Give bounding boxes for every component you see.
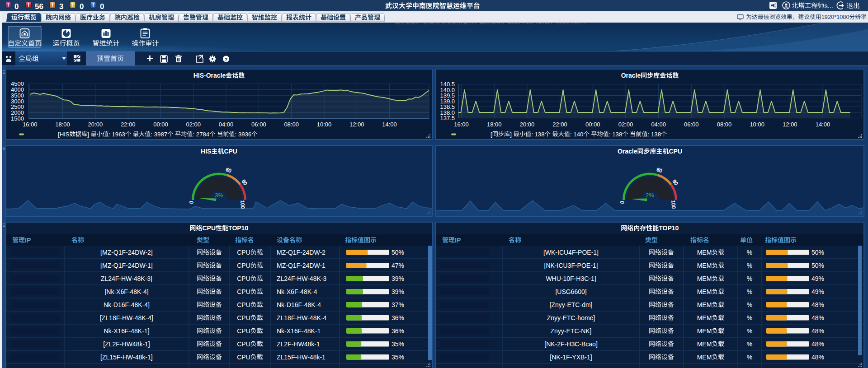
- svg-text:HIS: HIS: [201, 148, 211, 155]
- svg-text:02:00: 02:00: [186, 121, 201, 128]
- svg-text:35%: 35%: [392, 354, 404, 361]
- svg-text:12:00: 12:00: [349, 121, 364, 128]
- svg-text:ZL2F-HW48k-1: ZL2F-HW48k-1: [277, 340, 320, 348]
- svg-text:ZL24F-HW-48K-3]: ZL24F-HW-48K-3]: [101, 275, 152, 282]
- svg-text:16:00: 16:00: [454, 121, 469, 128]
- svg-text:]: ]: [510, 131, 512, 138]
- svg-text:00:00: 00:00: [585, 121, 600, 128]
- svg-text:06:00: 06:00: [684, 121, 699, 128]
- svg-text:CPU: CPU: [237, 327, 250, 335]
- svg-text:%: %: [747, 314, 752, 321]
- svg-text:36%: 36%: [392, 327, 404, 335]
- svg-text:48%: 48%: [811, 301, 824, 308]
- svg-text:[WK-ICU4F-POE-1]: [WK-ICU4F-POE-1]: [543, 249, 599, 256]
- svg-text:CPU: CPU: [237, 301, 250, 308]
- svg-text:?: ?: [225, 57, 228, 62]
- svg-text:22:00: 22:00: [552, 121, 567, 128]
- svg-text:[ZL15F-HW-48k-1]: [ZL15F-HW-48k-1]: [100, 354, 153, 361]
- svg-text:50%: 50%: [811, 262, 824, 269]
- svg-text:10: 10: [538, 19, 544, 25]
- svg-text:%: %: [747, 301, 752, 308]
- svg-text:MZ-Q1F-24DW-2: MZ-Q1F-24DW-2: [277, 249, 326, 256]
- svg-text:[ZL18F-HW-48K-4]: [ZL18F-HW-48K-4]: [100, 314, 153, 321]
- svg-text:: 3987: : 3987: [151, 131, 167, 138]
- svg-text:MEM: MEM: [697, 314, 712, 321]
- svg-text:14:00: 14:00: [382, 121, 397, 128]
- svg-text:Oracle: Oracle: [621, 72, 641, 79]
- svg-text:100: 100: [671, 200, 677, 209]
- svg-text:MEM: MEM: [697, 249, 712, 256]
- svg-text:[Nk-X6F-48K-4]: [Nk-X6F-48K-4]: [104, 288, 148, 295]
- svg-text:04:00: 04:00: [219, 121, 234, 128]
- svg-text:39%: 39%: [392, 288, 404, 295]
- svg-text:CPU: CPU: [237, 340, 250, 348]
- svg-text:%: %: [747, 262, 752, 269]
- svg-text:s...: s...: [825, 2, 833, 9]
- svg-text:137.5: 137.5: [440, 115, 455, 121]
- svg-text:TOP10: TOP10: [228, 224, 248, 232]
- svg-text:100: 100: [240, 200, 246, 209]
- svg-text:18:00: 18:00: [55, 121, 70, 128]
- svg-text:MEM: MEM: [697, 327, 712, 335]
- svg-text:22:00: 22:00: [121, 121, 136, 128]
- svg-text:49%: 49%: [811, 288, 824, 295]
- svg-text:[: [: [491, 131, 492, 138]
- svg-text:: 1963: : 1963: [108, 131, 125, 138]
- svg-text:Znyy-ETC-NK]: Znyy-ETC-NK]: [551, 327, 592, 335]
- svg-text:[MZ-Q1F-24DW-1]: [MZ-Q1F-24DW-1]: [100, 262, 153, 269]
- svg-text:!: !: [7, 2, 9, 9]
- svg-text:: 138: : 138: [609, 131, 622, 138]
- svg-text:ZL24F-HW-48K-3: ZL24F-HW-48K-3: [277, 275, 326, 282]
- svg-text:Nk-X16F-48K-1]: Nk-X16F-48K-1]: [104, 327, 149, 335]
- svg-text:1920*1080: 1920*1080: [821, 14, 849, 20]
- svg-text:48%: 48%: [811, 340, 824, 348]
- svg-text:CPU: CPU: [237, 262, 250, 269]
- svg-text:2019: 2019: [508, 19, 520, 25]
- svg-text:IP: IP: [25, 237, 31, 244]
- svg-text:10:00: 10:00: [750, 121, 764, 128]
- svg-text:!: !: [28, 2, 29, 9]
- svg-text:]: ]: [87, 131, 89, 138]
- svg-text:[USG6600]: [USG6600]: [555, 288, 586, 295]
- svg-text:%: %: [747, 354, 752, 361]
- svg-text:Nk-X6F-48K-4: Nk-X6F-48K-4: [277, 288, 317, 295]
- svg-text:04:00: 04:00: [651, 121, 666, 128]
- svg-text:CPU: CPU: [237, 314, 250, 321]
- svg-text:49%: 49%: [811, 275, 824, 282]
- svg-text:[NK-ICU3F-POE-1]: [NK-ICU3F-POE-1]: [544, 262, 598, 269]
- svg-text:Nk-X16F-48K-1: Nk-X16F-48K-1: [277, 327, 321, 335]
- svg-text:MEM: MEM: [697, 288, 712, 295]
- svg-text:!: !: [92, 2, 94, 9]
- svg-text:[MZ-Q1F-24DW-2]: [MZ-Q1F-24DW-2]: [100, 249, 153, 256]
- svg-text:CPU: CPU: [237, 275, 250, 282]
- svg-text:56: 56: [35, 2, 43, 11]
- svg-text:18:00: 18:00: [487, 121, 502, 128]
- svg-text:: 138: : 138: [531, 131, 544, 138]
- svg-text:ZL18F-HW-48K-4: ZL18F-HW-48K-4: [277, 314, 326, 321]
- svg-text:!: !: [72, 2, 74, 9]
- svg-text:00:00: 00:00: [153, 121, 168, 128]
- svg-text:16:00: 16:00: [23, 121, 38, 128]
- svg-text:%: %: [747, 327, 752, 335]
- svg-text:10:00: 10:00: [317, 121, 332, 128]
- svg-text:12:00: 12:00: [783, 121, 797, 128]
- svg-text:: 138: : 138: [648, 131, 661, 138]
- svg-text:48%: 48%: [811, 327, 824, 335]
- svg-text:CPU: CPU: [669, 148, 683, 155]
- svg-text:ZL15F-HW-48k-1: ZL15F-HW-48k-1: [277, 354, 326, 361]
- svg-text:1500: 1500: [11, 115, 24, 122]
- svg-text:: 2784: : 2784: [193, 131, 210, 138]
- svg-text:HIS-Oracle: HIS-Oracle: [193, 72, 226, 79]
- svg-text:0: 0: [100, 2, 104, 11]
- svg-text:47%: 47%: [392, 262, 404, 269]
- svg-text:3: 3: [59, 2, 63, 11]
- svg-text:WHU-10F-H3C-1]: WHU-10F-H3C-1]: [546, 275, 596, 282]
- svg-text:35%: 35%: [392, 340, 404, 348]
- svg-text:Nk-D16F-48K-4: Nk-D16F-48K-4: [277, 301, 321, 308]
- svg-text:06:00: 06:00: [251, 121, 266, 128]
- svg-text:MEM: MEM: [697, 262, 712, 269]
- svg-text:39%: 39%: [392, 275, 404, 282]
- svg-text:CPU: CPU: [237, 354, 250, 361]
- svg-text:37%: 37%: [392, 301, 404, 308]
- svg-text:%: %: [747, 288, 752, 295]
